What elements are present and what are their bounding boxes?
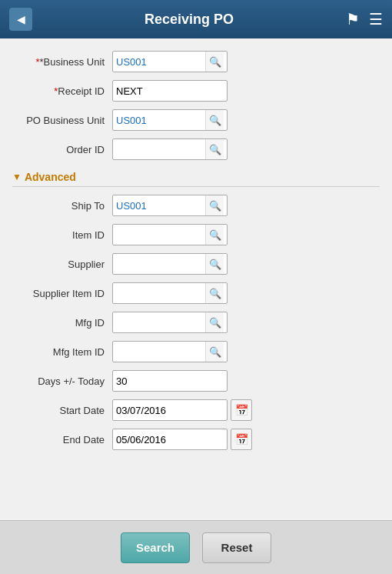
days-label: Days +/- Today [12, 375, 112, 387]
mfg-item-id-search-btn[interactable]: 🔍 [205, 342, 224, 362]
supplier-input[interactable] [113, 254, 205, 274]
header-icons: ⚑ ☰ [346, 10, 383, 28]
mfg-id-row: Mfg ID 🔍 [12, 312, 380, 333]
receipt-id-input[interactable] [113, 81, 205, 101]
start-date-row: Start Date 📅 [12, 399, 380, 421]
start-date-input[interactable] [113, 400, 202, 420]
ship-to-input-wrapper: 🔍 [112, 195, 228, 216]
supplier-item-id-label: Supplier Item ID [12, 288, 112, 299]
po-business-unit-input[interactable] [113, 110, 205, 130]
item-id-input-wrapper: 🔍 [112, 224, 228, 245]
receipt-id-input-wrapper [112, 80, 228, 102]
end-date-calendar-btn[interactable]: 📅 [231, 429, 252, 450]
days-input[interactable] [113, 371, 221, 391]
supplier-row: Supplier 🔍 [12, 253, 380, 275]
mfg-item-id-row: Mfg Item ID 🔍 [12, 341, 380, 362]
advanced-section: ▼ Advanced Ship To 🔍 Item ID 🔍 Supplier [12, 168, 380, 450]
mfg-id-input[interactable] [113, 312, 205, 332]
supplier-item-id-row: Supplier Item ID 🔍 [12, 282, 380, 304]
ship-to-input[interactable] [113, 195, 205, 215]
business-unit-input[interactable] [113, 52, 205, 72]
ship-to-row: Ship To 🔍 [12, 195, 380, 216]
item-id-label: Item ID [12, 229, 112, 241]
receipt-id-label: *Receipt ID [12, 85, 112, 97]
back-button[interactable] [9, 8, 32, 31]
supplier-item-id-input[interactable] [113, 283, 205, 303]
reset-button[interactable]: Reset [202, 532, 271, 563]
mfg-id-input-wrapper: 🔍 [112, 312, 228, 333]
mfg-id-search-btn[interactable]: 🔍 [205, 312, 224, 332]
supplier-search-btn[interactable]: 🔍 [205, 254, 224, 274]
mfg-item-id-input-wrapper: 🔍 [112, 341, 228, 362]
business-unit-input-wrapper: 🔍 [112, 51, 228, 72]
po-business-unit-label: PO Business Unit [12, 115, 112, 126]
start-date-calendar-btn[interactable]: 📅 [231, 399, 252, 421]
item-id-search-btn[interactable]: 🔍 [205, 225, 224, 245]
advanced-label: Advanced [25, 171, 76, 183]
order-id-input-wrapper: 🔍 [112, 138, 228, 160]
business-unit-search-btn[interactable]: 🔍 [205, 52, 224, 72]
end-date-input[interactable] [113, 429, 202, 449]
item-id-input[interactable] [113, 225, 205, 245]
supplier-item-id-search-btn[interactable]: 🔍 [205, 283, 224, 303]
menu-icon[interactable]: ☰ [369, 10, 383, 28]
days-row: Days +/- Today [12, 370, 380, 392]
advanced-arrow-icon: ▼ [12, 172, 22, 182]
ship-to-label: Ship To [12, 200, 112, 212]
supplier-input-wrapper: 🔍 [112, 253, 228, 275]
end-date-input-wrapper [112, 429, 228, 450]
order-id-label: Order ID [12, 144, 112, 155]
order-id-input[interactable] [113, 139, 205, 159]
mfg-item-id-input[interactable] [113, 342, 205, 362]
business-unit-row: **Business Unit 🔍 [12, 51, 380, 72]
receipt-id-row: *Receipt ID [12, 80, 380, 102]
supplier-label: Supplier [12, 259, 112, 270]
start-date-input-wrapper [112, 399, 228, 421]
po-business-unit-input-wrapper: 🔍 [112, 109, 228, 131]
po-business-unit-row: PO Business Unit 🔍 [12, 109, 380, 131]
end-date-label: End Date [12, 434, 112, 446]
footer: Search Reset [0, 520, 392, 574]
search-button[interactable]: Search [121, 532, 190, 563]
order-id-row: Order ID 🔍 [12, 138, 380, 160]
mfg-id-label: Mfg ID [12, 317, 112, 329]
supplier-item-id-input-wrapper: 🔍 [112, 282, 228, 304]
ship-to-search-btn[interactable]: 🔍 [205, 195, 224, 215]
header: Receiving PO ⚑ ☰ [0, 0, 392, 38]
main-content: **Business Unit 🔍 *Receipt ID PO Busines… [0, 38, 392, 520]
flag-icon[interactable]: ⚑ [346, 10, 360, 28]
mfg-item-id-label: Mfg Item ID [12, 346, 112, 358]
po-business-unit-search-btn[interactable]: 🔍 [205, 110, 224, 130]
order-id-search-btn[interactable]: 🔍 [205, 139, 224, 159]
advanced-toggle[interactable]: ▼ Advanced [12, 168, 380, 187]
days-input-wrapper [112, 370, 228, 392]
business-unit-label: **Business Unit [12, 56, 112, 68]
start-date-label: Start Date [12, 405, 112, 416]
page-title: Receiving PO [145, 12, 234, 28]
end-date-row: End Date 📅 [12, 429, 380, 450]
item-id-row: Item ID 🔍 [12, 224, 380, 245]
